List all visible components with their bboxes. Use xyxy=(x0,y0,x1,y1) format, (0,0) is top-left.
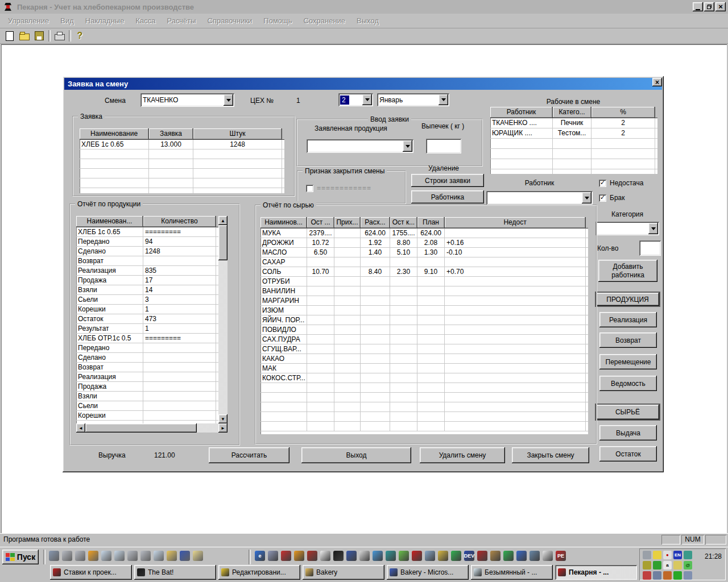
dropdown-arrow-icon[interactable] xyxy=(648,223,658,234)
dialup-icon[interactable] xyxy=(643,551,651,559)
table-row[interactable]: Передано xyxy=(76,343,218,353)
vertical-scroll-thumb[interactable] xyxy=(218,225,228,260)
font-icon[interactable]: a xyxy=(663,561,672,569)
nedostacha-checkbox[interactable] xyxy=(599,180,606,187)
dropdown-arrow-icon[interactable] xyxy=(439,94,448,105)
table-row[interactable]: Продажа xyxy=(76,382,218,392)
table-row[interactable]: ТКАЧЕНКО ....Печник2 xyxy=(490,118,657,128)
table-row[interactable]: КОКОС.СТР... xyxy=(260,373,588,383)
table-row[interactable]: ЮРАЩИК ....Тестом...2 xyxy=(490,128,657,139)
table-row[interactable]: Результат1 xyxy=(76,324,218,334)
table-row[interactable]: МАСЛО6.501.405.101.30-0.10 xyxy=(260,248,588,257)
zayavka-table[interactable]: НаименованиеЗаявкаШтукХЛЕБ 1с 0.6513.000… xyxy=(80,128,284,193)
taskbar-clock[interactable]: 21:28 xyxy=(705,552,722,560)
table-row[interactable]: МУКА2379....624.001755....624.00 xyxy=(260,228,588,238)
table-row[interactable]: ПОВИДЛО xyxy=(260,325,588,335)
flash-icon[interactable] xyxy=(412,551,422,561)
note-icon[interactable] xyxy=(399,551,409,561)
raw-mode-button[interactable]: СЫРЬЁ xyxy=(595,404,660,421)
red-badge-icon[interactable] xyxy=(477,551,487,561)
table-row[interactable]: ИЗЮМ xyxy=(260,306,588,315)
column-header[interactable]: Наиминов... xyxy=(260,217,307,228)
open-button[interactable] xyxy=(17,30,31,43)
dropdown-arrow-icon[interactable] xyxy=(403,140,412,152)
table-row[interactable] xyxy=(490,139,657,149)
refresh-icon[interactable] xyxy=(653,561,661,569)
table-row[interactable]: Реализация835 xyxy=(76,266,218,276)
column-header[interactable]: План xyxy=(417,217,445,228)
pe-floppy-icon[interactable]: PE xyxy=(556,551,566,561)
table-row[interactable]: Сьели3 xyxy=(76,295,218,305)
column-header[interactable]: Катего... xyxy=(553,107,592,118)
disc-icon[interactable] xyxy=(359,551,370,561)
table-row[interactable] xyxy=(260,412,588,422)
dev-icon[interactable]: DEV xyxy=(464,551,474,561)
scanner-icon[interactable] xyxy=(653,571,661,580)
product-combo[interactable] xyxy=(307,139,413,153)
menu-item-2[interactable]: Накладные xyxy=(80,15,130,27)
table-row[interactable]: КАКАО xyxy=(260,354,588,364)
table-row[interactable]: Продажа17 xyxy=(76,276,218,285)
table-row[interactable]: ДРОЖЖИ10.721.928.802.08+0.16 xyxy=(260,238,588,248)
modem-icon[interactable] xyxy=(62,551,72,561)
column-header[interactable]: Прих... xyxy=(334,217,361,228)
table-row[interactable]: ХЛЕБ 1с 0.6513.0001248 xyxy=(80,140,284,149)
menu-item-4[interactable]: Расчёты xyxy=(161,15,201,27)
column-header[interactable]: Ост к... xyxy=(390,217,417,228)
recorder-icon[interactable]: ● xyxy=(663,551,672,559)
delete-worker-button[interactable]: Работника xyxy=(411,190,484,203)
column-header[interactable]: Наименование xyxy=(80,128,149,139)
amber-ball-icon[interactable] xyxy=(294,551,304,561)
table-row[interactable]: Корешки xyxy=(76,411,218,421)
scroll-right-button[interactable]: ► xyxy=(218,423,228,433)
table-row[interactable] xyxy=(80,159,284,169)
cd3-icon[interactable] xyxy=(154,551,164,561)
taskbar-window-button-0[interactable]: Ставки к проек... xyxy=(50,565,132,580)
batman-icon[interactable] xyxy=(333,551,344,561)
winamp-icon[interactable] xyxy=(307,551,317,561)
bat-document-icon[interactable] xyxy=(320,551,330,561)
production-mode-button[interactable]: ПРОДУКЦИЯ xyxy=(595,292,660,307)
column-header[interactable]: Заявка xyxy=(149,128,193,139)
folder-sync-icon[interactable] xyxy=(193,551,203,561)
table-row[interactable]: СГУЩ.ВАР... xyxy=(260,344,588,354)
table-row[interactable] xyxy=(490,159,657,169)
table-row[interactable]: Взяли xyxy=(76,392,218,401)
table-row[interactable] xyxy=(490,169,657,174)
close-button[interactable]: × xyxy=(715,2,726,11)
table-row[interactable] xyxy=(260,422,588,431)
media-player-icon[interactable] xyxy=(373,551,383,561)
globe2-icon[interactable] xyxy=(530,551,540,561)
horizontal-scroll-thumb[interactable] xyxy=(85,423,197,433)
table-row[interactable]: Корешки1 xyxy=(76,305,218,314)
taskbar-window-button-4[interactable]: Bakery - Micros... xyxy=(387,565,469,580)
language-indicator-icon[interactable]: EN xyxy=(673,551,682,559)
save-button[interactable] xyxy=(32,30,46,43)
month-combo[interactable]: Январь xyxy=(377,93,449,106)
table-row[interactable]: САХ.ПУДРА xyxy=(260,335,588,344)
column-header[interactable]: Количество xyxy=(143,216,216,227)
taskbar-window-button-3[interactable]: Bakery xyxy=(303,565,384,580)
taskbar-window-button-6[interactable]: Пекарня - ... xyxy=(555,565,637,580)
dialog-bottom-button-3[interactable]: Закрыть смену xyxy=(512,447,589,463)
shift-close-checkbox[interactable] xyxy=(306,185,313,192)
dropdown-arrow-icon[interactable] xyxy=(362,94,372,105)
display-icon[interactable] xyxy=(643,561,651,569)
red-ring-icon[interactable] xyxy=(281,551,291,561)
table-row[interactable]: Возврат xyxy=(76,256,218,266)
table-row[interactable]: Сделано xyxy=(76,353,218,363)
mail-icon[interactable]: @ xyxy=(684,561,692,569)
table-row[interactable]: Сьели xyxy=(76,401,218,411)
table-row[interactable]: ВАНИЛИН xyxy=(260,286,588,296)
production-action-button-3[interactable]: Ведомость xyxy=(599,376,657,391)
dropdown-arrow-icon[interactable] xyxy=(224,94,233,106)
menu-item-6[interactable]: Помощь xyxy=(258,15,297,27)
start-button[interactable]: Пуск xyxy=(2,550,39,564)
calculator-icon[interactable] xyxy=(346,551,357,561)
castle-icon[interactable] xyxy=(663,571,672,580)
dropdown-arrow-icon[interactable] xyxy=(582,192,592,203)
raw-report-table[interactable]: Наиминов...Ост ...Прих...Расх...Ост к...… xyxy=(260,217,588,434)
table-row[interactable]: ХЛЕБ ОТР.1с 0.5========= xyxy=(76,334,218,343)
taskbar-window-button-2[interactable]: Редактировани... xyxy=(218,565,300,580)
modem2-icon[interactable] xyxy=(75,551,85,561)
